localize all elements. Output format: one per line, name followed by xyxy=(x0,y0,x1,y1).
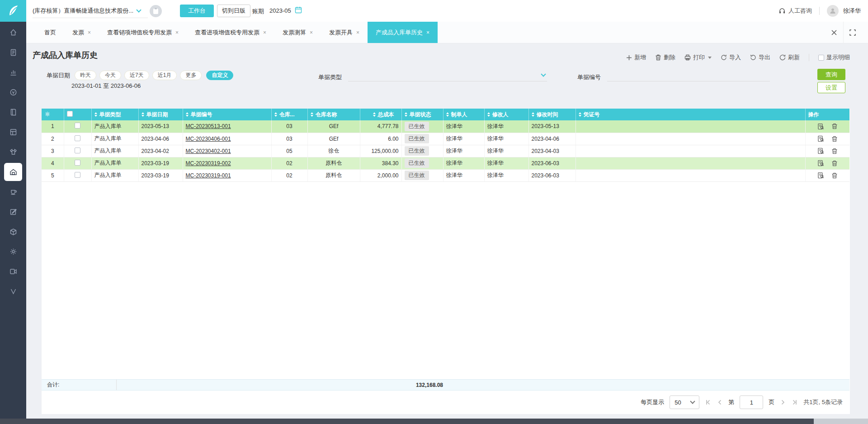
tab-close-icon[interactable]: × xyxy=(426,29,429,36)
tab-close-icon[interactable]: × xyxy=(263,29,266,36)
settings-button[interactable]: 设置 xyxy=(817,82,845,93)
sort-icon[interactable] xyxy=(532,112,534,117)
clipboard-badge-icon[interactable] xyxy=(150,5,162,17)
view-doc-icon[interactable] xyxy=(817,172,824,179)
switch-version-button[interactable]: 切到日版 xyxy=(217,5,250,17)
scrollbar-thumb[interactable] xyxy=(0,419,814,424)
sort-icon[interactable] xyxy=(94,112,97,117)
sidebar-item-settings[interactable] xyxy=(0,242,26,262)
sidebar-item-check[interactable] xyxy=(0,281,26,301)
period-value[interactable]: 2023-05 xyxy=(269,7,291,14)
delete-row-icon[interactable] xyxy=(831,172,838,179)
row-select[interactable] xyxy=(64,157,91,169)
sidebar-item-box[interactable] xyxy=(0,222,26,242)
checkbox-icon[interactable] xyxy=(818,55,824,61)
workbench-button[interactable]: 工作台 xyxy=(180,5,214,17)
query-button[interactable]: 查询 xyxy=(817,69,845,80)
show-detail-toggle[interactable]: 显示明细 xyxy=(818,53,850,62)
delete-button[interactable]: 删除 xyxy=(655,53,675,62)
checkbox-icon[interactable] xyxy=(75,148,80,153)
app-logo[interactable] xyxy=(0,0,26,22)
checkbox-icon[interactable] xyxy=(75,160,80,166)
column-header[interactable]: 仓库... xyxy=(271,109,307,120)
column-header[interactable]: 总成本 xyxy=(360,109,401,120)
tab-查看销项增值税专用发票[interactable]: 查看销项增值税专用发票× xyxy=(99,22,187,43)
column-header[interactable]: 单据状态 xyxy=(401,109,443,120)
prev-page-button[interactable] xyxy=(717,399,723,405)
doc-code-link[interactable]: MC-20230402-001 xyxy=(186,148,231,154)
row-select[interactable] xyxy=(64,169,91,181)
delete-row-icon[interactable] xyxy=(831,123,838,129)
view-doc-icon[interactable] xyxy=(817,160,824,167)
date-pill-今天[interactable]: 今天 xyxy=(99,71,121,80)
horizontal-scrollbar[interactable] xyxy=(0,419,868,424)
next-page-button[interactable] xyxy=(780,399,786,405)
column-header[interactable]: 单据类型 xyxy=(91,109,138,120)
row-select[interactable] xyxy=(64,145,91,157)
calendar-icon[interactable] xyxy=(295,6,302,15)
doc-code-link[interactable]: MC-20230319-001 xyxy=(186,172,231,179)
view-doc-icon[interactable] xyxy=(817,135,824,142)
consult-link[interactable]: 人工咨询 xyxy=(778,7,812,15)
date-pill-昨天[interactable]: 昨天 xyxy=(75,71,96,80)
sort-icon[interactable] xyxy=(142,112,144,117)
company-selector[interactable]: (库存核算）直播畅捷通信息技术股份... xyxy=(33,4,148,18)
fullscreen-icon[interactable] xyxy=(843,22,862,43)
doc-type-select[interactable] xyxy=(348,71,547,81)
date-pill-近1月[interactable]: 近1月 xyxy=(152,71,177,80)
doc-code-link[interactable]: MC-20230319-002 xyxy=(186,160,231,167)
table-row[interactable]: 5产品入库单2023-03-19MC-20230319-00102原料仓2,00… xyxy=(42,169,849,181)
tab-close-icon[interactable]: × xyxy=(310,29,313,36)
refresh-button[interactable]: 刷新 xyxy=(779,53,800,62)
sidebar-item-home[interactable] xyxy=(0,23,26,43)
sort-icon[interactable] xyxy=(373,112,376,117)
date-pill-近7天[interactable]: 近7天 xyxy=(124,71,149,80)
sort-icon[interactable] xyxy=(311,112,313,117)
custom-date-pill[interactable]: 自定义 xyxy=(206,71,233,80)
date-pill-更多[interactable]: 更多 xyxy=(180,71,202,80)
tab-发票开具[interactable]: 发票开具× xyxy=(321,22,368,43)
sort-icon[interactable] xyxy=(186,112,189,117)
tab-close-icon[interactable]: × xyxy=(175,29,179,36)
sidebar-item-goods[interactable] xyxy=(0,142,26,162)
checkbox-icon[interactable] xyxy=(75,135,80,141)
checkbox-icon[interactable] xyxy=(67,111,73,117)
sidebar-item-service[interactable] xyxy=(0,182,26,202)
sidebar-item-fund[interactable] xyxy=(0,82,26,102)
checkbox-icon[interactable] xyxy=(75,172,80,178)
doc-code-link[interactable]: MC-20230406-001 xyxy=(186,136,231,142)
column-header[interactable]: 仓库名称 xyxy=(307,109,360,120)
tab-发票[interactable]: 发票× xyxy=(64,22,99,43)
row-select[interactable] xyxy=(64,120,91,133)
checkbox-icon[interactable] xyxy=(75,123,80,129)
sidebar-item-report[interactable] xyxy=(0,122,26,142)
first-page-button[interactable] xyxy=(705,399,711,405)
sidebar-item-video[interactable] xyxy=(0,262,26,281)
delete-row-icon[interactable] xyxy=(831,148,838,154)
select-all-header[interactable] xyxy=(64,109,91,120)
sidebar-item-edit[interactable] xyxy=(0,202,26,222)
import-button[interactable]: 导入 xyxy=(721,53,741,62)
last-page-button[interactable] xyxy=(792,399,798,405)
export-button[interactable]: 导出 xyxy=(750,53,770,62)
table-row[interactable]: 4产品入库单2023-03-19MC-20230319-00202原料仓384.… xyxy=(42,157,849,169)
close-all-tabs-icon[interactable] xyxy=(825,22,843,43)
column-settings-header[interactable] xyxy=(42,109,64,120)
page-number-input[interactable] xyxy=(740,395,763,409)
doc-code-link[interactable]: MC-20230513-001 xyxy=(186,123,231,129)
tab-close-icon[interactable]: × xyxy=(88,29,91,36)
avatar[interactable] xyxy=(827,5,839,17)
sidebar-item-invoice[interactable] xyxy=(0,43,26,62)
column-header[interactable]: 凭证号 xyxy=(576,109,805,120)
sidebar-item-ledger[interactable] xyxy=(0,102,26,122)
column-header[interactable]: 修改人 xyxy=(484,109,528,120)
table-row[interactable]: 2产品入库单2023-04-06MC-20230406-00103GEf6.00… xyxy=(42,133,849,145)
table-row[interactable]: 3产品入库单2023-04-02MC-20230402-00105徐仓125,0… xyxy=(42,145,849,157)
sort-icon[interactable] xyxy=(487,112,490,117)
column-header[interactable]: 修改时间 xyxy=(528,109,576,120)
view-doc-icon[interactable] xyxy=(817,148,824,154)
print-button[interactable]: 打印 xyxy=(684,53,712,62)
add-button[interactable]: 新增 xyxy=(626,53,646,62)
sort-icon[interactable] xyxy=(274,112,277,117)
tab-产成品入库单历史[interactable]: 产成品入库单历史× xyxy=(368,22,438,43)
